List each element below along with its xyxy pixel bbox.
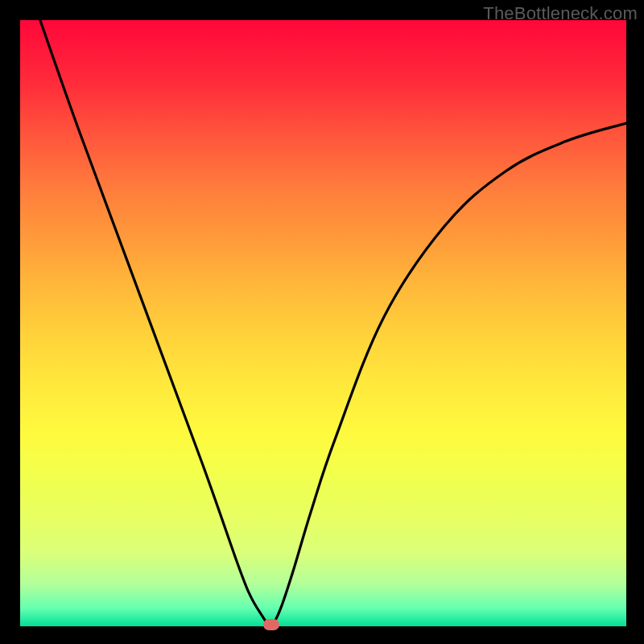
minimum-marker bbox=[263, 619, 279, 630]
curve-path bbox=[40, 20, 626, 626]
curve-line bbox=[20, 20, 626, 626]
chart-frame: TheBottleneck.com bbox=[0, 0, 644, 644]
chart-plot-area bbox=[20, 20, 626, 626]
attribution-text: TheBottleneck.com bbox=[483, 3, 638, 24]
